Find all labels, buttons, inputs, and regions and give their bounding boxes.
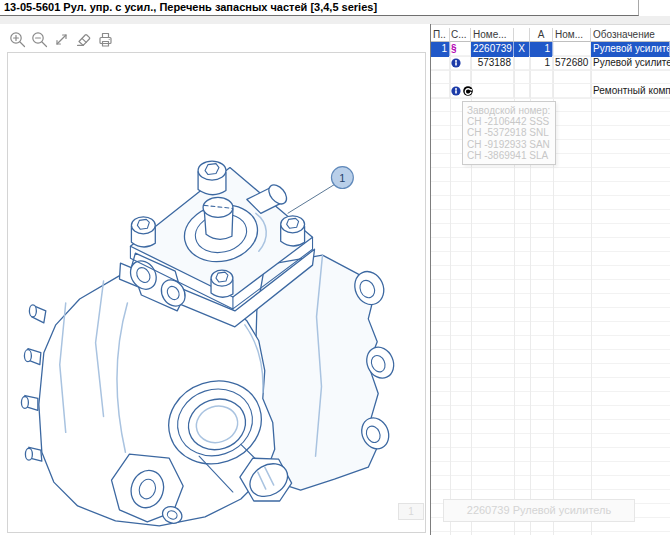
part-illustration: 1 [8,53,425,532]
cell-name: Рулевой усилитель [591,42,670,57]
column-header-qty[interactable]: А [530,28,553,42]
callout-label: 1 [339,172,345,184]
cell-pos [431,70,450,84]
column-header-number[interactable]: Номе... [471,28,514,42]
refresh-icon [463,86,473,96]
factory-number-line: CH -9192933 SAN [467,139,551,150]
cell-number2 [553,42,591,57]
ghost-position-badge: 1 [398,503,424,520]
cell-x [514,84,530,99]
column-header-x[interactable] [514,28,530,42]
cell-qty [530,70,553,84]
cell-sym: § [450,42,471,57]
cell-qty: 1 [530,56,553,71]
cell-sym [450,70,471,84]
title-gap [0,16,670,24]
cell-pos [431,84,450,99]
drawing-canvas[interactable]: 1 [7,52,426,533]
zoom-fit-icon[interactable] [51,29,71,49]
factory-number-line: CH -3869941 SLA [467,150,551,161]
cell-number2 [553,84,591,99]
cell-qty: 1 [530,42,553,57]
cell-name: Ремонтный комплект [591,84,670,99]
callout-1[interactable]: 1 [331,167,353,189]
factory-number-lines: CH -2106442 SSSCH -5372918 SNLCH -919293… [467,116,551,161]
grid-col-line [450,42,451,535]
column-header-number2[interactable]: Ном... [553,28,591,42]
parts-table-header: П..С...Номе...АНом...Обозначение [431,28,670,42]
cell-x [514,70,530,84]
cell-number2: 572680 [553,56,591,71]
window-title: 13-05-5601 Рул. упр. с усил., Перечень з… [0,0,639,16]
cell-x [514,56,530,71]
eraser-icon[interactable] [73,29,93,49]
factory-number-title: Заводской номер: [467,105,551,116]
cell-number2 [553,70,591,84]
cell-number [471,70,514,84]
cell-pos [431,56,450,71]
section-symbol: § [451,43,457,54]
cell-number [471,84,514,99]
parts-panel: П..С...Номе...АНом...Обозначение 1§22607… [431,24,670,535]
grid-col-line [591,42,592,535]
cell-sym [450,84,471,99]
factory-number-tooltip: Заводской номер: CH -2106442 SSSCH -5372… [462,101,556,165]
cell-pos: 1 [431,42,450,57]
parts-table: П..С...Номе...АНом...Обозначение 1§22607… [431,28,670,98]
column-header-sym[interactable]: С... [450,28,471,42]
illustration-panel: 1 [0,24,430,535]
cell-name: Рулевой усилитель [591,56,670,71]
info-icon [451,86,461,96]
table-row[interactable]: 5731881572680Рулевой усилитель [431,56,670,70]
column-header-pos[interactable]: П.. [431,28,450,42]
table-row[interactable] [431,70,670,84]
zoom-in-icon[interactable] [7,29,27,49]
cell-name [591,70,670,84]
column-header-name[interactable]: Обозначение [591,28,670,42]
print-icon[interactable] [95,29,115,49]
factory-number-line: CH -5372918 SNL [467,127,551,138]
cell-sym [450,56,471,71]
zoom-out-icon[interactable] [29,29,49,49]
cell-number: 573188 [471,56,514,71]
cell-qty [530,84,553,99]
table-row[interactable]: Ремонтный комплект [431,84,670,98]
cell-number: 2260739 [471,42,514,57]
drawing-toolbar [7,29,115,49]
factory-number-line: CH -2106442 SSS [467,116,551,127]
info-icon [451,58,461,68]
cell-x: X [514,42,530,57]
ghost-part-label: 2260739 Рулевой усилитель [443,499,635,522]
parts-table-body: 1§2260739X1Рулевой усилитель573188157268… [431,42,670,98]
table-row[interactable]: 1§2260739X1Рулевой усилитель [431,42,670,56]
